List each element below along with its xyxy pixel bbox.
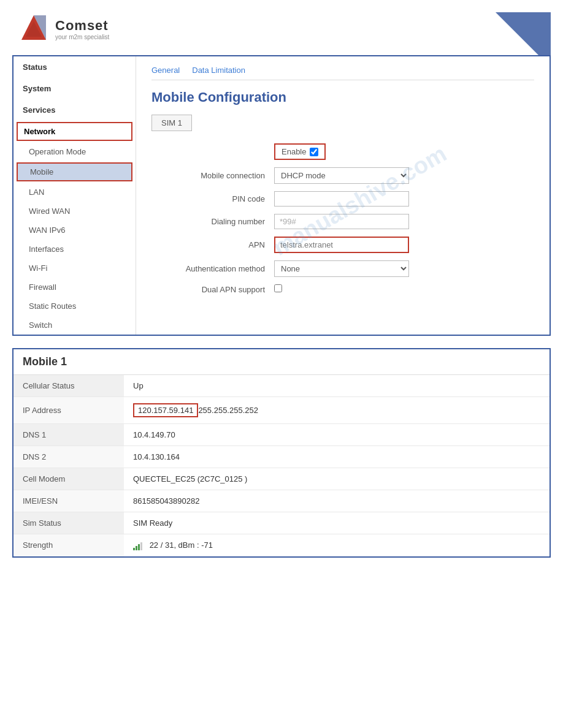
enable-control: Enable bbox=[274, 143, 409, 160]
page-title: Mobile Configuration bbox=[151, 89, 534, 105]
pin-code-control bbox=[274, 191, 409, 207]
sidebar-item-interfaces[interactable]: Interfaces bbox=[13, 240, 136, 259]
mobile1-section: Mobile 1 Cellular Status Up IP Address 1… bbox=[12, 348, 551, 558]
mobile1-title: Mobile 1 bbox=[13, 349, 550, 375]
sidebar-item-wan-ipv6[interactable]: WAN IPv6 bbox=[13, 221, 136, 240]
dual-apn-checkbox[interactable] bbox=[274, 284, 282, 292]
table-row: Strength 22 / 31, dBm : -71 bbox=[13, 534, 550, 556]
pin-code-row: PIN code bbox=[151, 191, 534, 207]
apn-control bbox=[274, 237, 409, 253]
mobile-connection-select[interactable]: DHCP mode PPP mode bbox=[274, 167, 409, 184]
content-area: General Data Limitation Mobile Configura… bbox=[136, 56, 550, 335]
logo-icon bbox=[18, 12, 49, 46]
dialing-number-label: Dialing number bbox=[151, 217, 274, 226]
svg-rect-5 bbox=[138, 544, 140, 550]
sidebar-item-services[interactable]: Services bbox=[13, 99, 136, 121]
dns1-label: DNS 1 bbox=[13, 424, 124, 446]
table-row: Sim Status SIM Ready bbox=[13, 512, 550, 534]
signal-icon bbox=[133, 540, 147, 550]
mobile-connection-control: DHCP mode PPP mode bbox=[274, 167, 409, 184]
sidebar-item-switch[interactable]: Switch bbox=[13, 316, 136, 335]
dialing-number-control bbox=[274, 214, 409, 229]
sim-status-label: Sim Status bbox=[13, 512, 124, 534]
auth-method-label: Authentication method bbox=[151, 264, 274, 273]
ip-address-value: 120.157.59.141255.255.255.252 bbox=[124, 397, 550, 424]
strength-text: 22 / 31, dBm : -71 bbox=[150, 540, 213, 550]
sidebar-item-wifi[interactable]: Wi-Fi bbox=[13, 259, 136, 278]
sim-status-value: SIM Ready bbox=[124, 512, 550, 534]
enable-row: Enable bbox=[151, 143, 534, 160]
dialing-number-input[interactable] bbox=[274, 214, 409, 229]
dns2-label: DNS 2 bbox=[13, 446, 124, 468]
apn-input[interactable] bbox=[274, 237, 409, 253]
tab-general[interactable]: General bbox=[151, 66, 180, 75]
cellular-status-label: Cellular Status bbox=[13, 375, 124, 397]
table-row: DNS 1 10.4.149.70 bbox=[13, 424, 550, 446]
mobile-connection-row: Mobile connection DHCP mode PPP mode bbox=[151, 167, 534, 184]
cell-modem-label: Cell Modem bbox=[13, 468, 124, 490]
tabs-bar: General Data Limitation bbox=[151, 66, 534, 80]
table-row: IMEI/ESN 861585043890282 bbox=[13, 490, 550, 512]
ip-address-label: IP Address bbox=[13, 397, 124, 424]
imei-label: IMEI/ESN bbox=[13, 490, 124, 512]
dual-apn-label: Dual APN support bbox=[151, 285, 274, 294]
dual-apn-row: Dual APN support bbox=[151, 284, 534, 294]
enable-checkbox[interactable] bbox=[310, 148, 318, 156]
dialing-number-row: Dialing number bbox=[151, 214, 534, 229]
cell-modem-value: QUECTEL_EC25 (2C7C_0125 ) bbox=[124, 468, 550, 490]
dns1-value: 10.4.149.70 bbox=[124, 424, 550, 446]
apn-label: APN bbox=[151, 240, 274, 249]
table-row: Cellular Status Up bbox=[13, 375, 550, 397]
sidebar-item-wired-wan[interactable]: Wired WAN bbox=[13, 202, 136, 221]
main-panel: manualshive.com Status System Services N… bbox=[12, 55, 551, 336]
strength-label: Strength bbox=[13, 534, 124, 556]
svg-rect-6 bbox=[140, 542, 142, 550]
enable-label: Enable bbox=[282, 147, 306, 156]
auth-method-control: None PAP CHAP bbox=[274, 260, 409, 277]
imei-value: 861585043890282 bbox=[124, 490, 550, 512]
sim-tab[interactable]: SIM 1 bbox=[151, 115, 192, 131]
pin-code-label: PIN code bbox=[151, 194, 274, 203]
enable-box: Enable bbox=[274, 143, 326, 160]
pin-code-input[interactable] bbox=[274, 191, 409, 207]
apn-row: APN bbox=[151, 237, 534, 253]
auth-method-row: Authentication method None PAP CHAP bbox=[151, 260, 534, 277]
auth-method-select[interactable]: None PAP CHAP bbox=[274, 260, 409, 277]
strength-value: 22 / 31, dBm : -71 bbox=[124, 534, 550, 556]
sidebar-item-lan[interactable]: LAN bbox=[13, 183, 136, 202]
table-row: DNS 2 10.4.130.164 bbox=[13, 446, 550, 468]
sidebar-item-status[interactable]: Status bbox=[13, 56, 136, 78]
logo-text: Comset your m2m specialist bbox=[55, 18, 109, 40]
logo-tagline: your m2m specialist bbox=[55, 34, 109, 40]
sidebar-item-network[interactable]: Network bbox=[17, 122, 132, 141]
sidebar-item-system[interactable]: System bbox=[13, 78, 136, 99]
sidebar-item-mobile[interactable]: Mobile bbox=[17, 162, 132, 181]
dns2-value: 10.4.130.164 bbox=[124, 446, 550, 468]
dual-apn-control bbox=[274, 284, 409, 294]
ip-address-highlight: 120.157.59.141 bbox=[133, 403, 198, 417]
mobile-connection-label: Mobile connection bbox=[151, 171, 274, 180]
sidebar: Status System Services Network Operation… bbox=[13, 56, 136, 335]
logo-area: Comset your m2m specialist bbox=[12, 12, 551, 46]
table-row: IP Address 120.157.59.141255.255.255.252 bbox=[13, 397, 550, 424]
sidebar-item-static-routes[interactable]: Static Routes bbox=[13, 297, 136, 316]
table-row: Cell Modem QUECTEL_EC25 (2C7C_0125 ) bbox=[13, 468, 550, 490]
sidebar-item-firewall[interactable]: Firewall bbox=[13, 278, 136, 297]
sidebar-item-operation-mode[interactable]: Operation Mode bbox=[13, 142, 136, 161]
company-name: Comset bbox=[55, 18, 109, 34]
cellular-status-value: Up bbox=[124, 375, 550, 397]
mobile1-table: Cellular Status Up IP Address 120.157.59… bbox=[13, 375, 550, 556]
svg-rect-3 bbox=[133, 548, 135, 550]
svg-rect-4 bbox=[136, 546, 137, 550]
ip-address-subnet: 255.255.255.252 bbox=[198, 406, 258, 415]
tab-data-limitation[interactable]: Data Limitation bbox=[192, 66, 245, 75]
